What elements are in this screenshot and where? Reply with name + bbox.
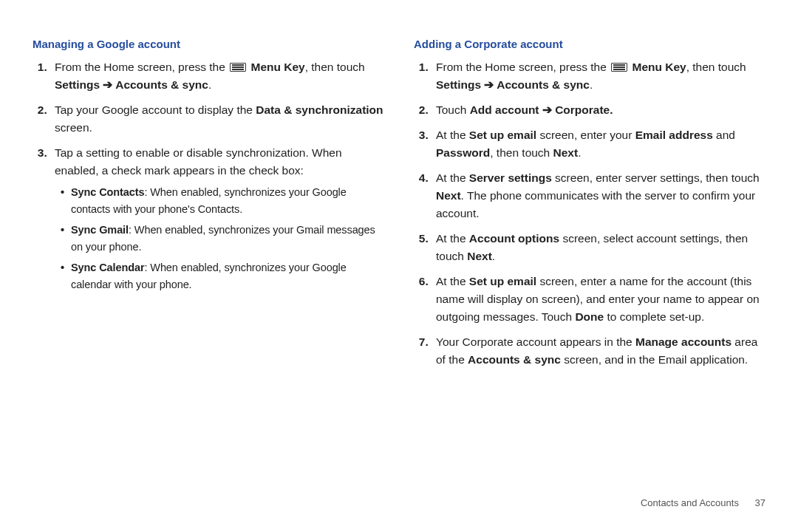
menu-key-icon: [611, 63, 627, 72]
footer-section: Contacts and Accounts: [641, 497, 739, 508]
text: and: [713, 129, 735, 141]
field-name: Email address: [635, 129, 713, 141]
text: .: [590, 78, 593, 91]
sync-options: Sync Contacts: When enabled, synchronize…: [61, 184, 384, 293]
step-2: Tap your Google account to display the D…: [50, 101, 384, 137]
screen-name: Data & synchronization: [256, 103, 383, 116]
menu-key-label: Menu Key: [632, 61, 686, 73]
text: At the: [436, 232, 469, 245]
step-2: Touch Add account ➔ Corporate.: [432, 101, 765, 119]
text: screen, enter server settings, then touc…: [552, 171, 760, 184]
text: .: [208, 78, 211, 91]
step-4: At the Server settings screen, enter ser…: [432, 169, 765, 222]
step-1: From the Home screen, press the Menu Key…: [50, 58, 384, 94]
option-title: Sync Gmail: [71, 224, 129, 236]
text: to complete set-up.: [604, 310, 704, 323]
field-name: Password: [436, 146, 490, 159]
text: , then touch: [686, 61, 746, 73]
text: From the Home screen, press the: [55, 61, 228, 73]
button-name: Next: [436, 189, 461, 202]
text: .: [492, 250, 495, 262]
text: , then touch: [490, 146, 553, 159]
bullet-sync-gmail: Sync Gmail: When enabled, synchronizes y…: [61, 222, 384, 255]
step-6: At the Set up email screen, enter a name…: [432, 273, 765, 326]
menu-key-icon: [230, 63, 246, 72]
screen-name: Account options: [469, 232, 559, 245]
manual-page: Managing a Google account From the Home …: [0, 0, 798, 532]
page-footer: Contacts and Accounts 37: [641, 497, 765, 508]
text: screen, and in the Email application.: [561, 353, 748, 366]
section-heading-google: Managing a Google account: [33, 35, 384, 52]
text: From the Home screen, press the: [436, 61, 610, 73]
text: At the: [436, 275, 469, 287]
step-7: Your Corporate account appears in the Ma…: [432, 333, 765, 369]
button-name: Next: [467, 250, 492, 262]
step-5: At the Account options screen, select ac…: [432, 230, 765, 265]
text: Tap a setting to enable or disable synch…: [55, 146, 342, 177]
text: At the: [436, 171, 469, 184]
text: , then touch: [305, 61, 365, 73]
screen-name: Set up email: [469, 129, 536, 141]
nav-path: Settings ➔ Accounts & sync: [436, 78, 590, 91]
screen-name: Set up email: [469, 275, 536, 287]
area-name: Manage accounts: [635, 335, 732, 348]
nav-path: Add account ➔ Corporate.: [470, 103, 613, 116]
text: Touch: [436, 103, 470, 116]
text: At the: [436, 129, 469, 141]
menu-key-label: Menu Key: [250, 61, 304, 73]
corporate-steps: From the Home screen, press the Menu Key…: [432, 58, 765, 369]
button-name: Next: [553, 146, 579, 159]
bullet-sync-calendar: Sync Calendar: When enabled, synchronize…: [61, 259, 384, 293]
page-number: 37: [755, 497, 765, 508]
button-name: Done: [575, 310, 604, 323]
screen-name: Accounts & sync: [468, 353, 561, 366]
text: screen.: [55, 121, 92, 134]
google-steps: From the Home screen, press the Menu Key…: [50, 58, 384, 293]
step-3: Tap a setting to enable or disable synch…: [50, 144, 384, 293]
text: .: [578, 146, 581, 159]
section-heading-corporate: Adding a Corporate account: [414, 35, 765, 52]
text: . The phone communicates with the server…: [436, 189, 755, 219]
step-1: From the Home screen, press the Menu Key…: [432, 58, 765, 94]
step-3: At the Set up email screen, enter your E…: [432, 126, 765, 162]
screen-name: Server settings: [469, 171, 552, 184]
option-title: Sync Contacts: [71, 186, 144, 198]
text: Your Corporate account appears in the: [436, 335, 635, 348]
text: screen, enter your: [536, 129, 635, 141]
bullet-sync-contacts: Sync Contacts: When enabled, synchronize…: [61, 184, 384, 217]
right-column: Adding a Corporate account From the Home…: [414, 35, 765, 502]
nav-path: Settings ➔ Accounts & sync: [55, 78, 208, 91]
text: Tap your Google account to display the: [55, 103, 256, 116]
left-column: Managing a Google account From the Home …: [33, 35, 384, 502]
option-title: Sync Calendar: [71, 262, 144, 273]
